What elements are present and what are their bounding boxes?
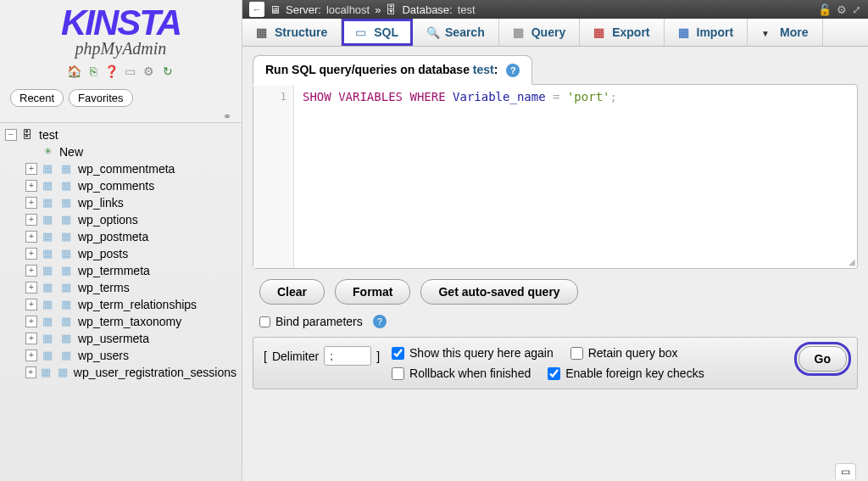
tab-import[interactable]: Import bbox=[665, 19, 748, 46]
tree-table-row[interactable]: +wp_term_relationships bbox=[0, 296, 242, 313]
table-icon bbox=[59, 264, 73, 277]
tree-table-row[interactable]: +wp_termmeta bbox=[0, 262, 242, 279]
table-icon bbox=[41, 162, 54, 176]
tree-db-row[interactable]: − test bbox=[0, 126, 242, 143]
collapse-icon[interactable]: − bbox=[5, 129, 17, 141]
help-icon[interactable]: ? bbox=[373, 315, 387, 328]
content-area: Run SQL query/queries on database test: … bbox=[242, 47, 868, 481]
table-label: wp_usermeta bbox=[78, 332, 149, 345]
bc-server-link[interactable]: localhost bbox=[326, 3, 370, 16]
format-button[interactable]: Format bbox=[335, 279, 410, 305]
table-icon bbox=[59, 298, 73, 311]
console-toggle[interactable]: ▭ bbox=[835, 463, 856, 479]
expand-icon[interactable]: + bbox=[25, 366, 36, 378]
tree-table-row[interactable]: +wp_term_taxonomy bbox=[0, 313, 242, 330]
line-gutter: 1 bbox=[253, 85, 294, 268]
table-label: wp_options bbox=[78, 213, 138, 227]
lock-icon[interactable]: 🔓 bbox=[818, 3, 832, 16]
recent-tab[interactable]: Recent bbox=[10, 89, 64, 107]
sql-editor[interactable]: 1 SHOW VARIABLES WHERE Variable_name = '… bbox=[253, 84, 858, 269]
expand-icon[interactable]: + bbox=[25, 282, 37, 294]
logout-icon[interactable]: ⎘ bbox=[86, 64, 101, 79]
export-icon bbox=[593, 25, 607, 39]
expand-icon[interactable]: + bbox=[25, 180, 37, 192]
tree-table-row[interactable]: +wp_options bbox=[0, 211, 242, 228]
expand-icon[interactable]: + bbox=[25, 248, 37, 260]
tab-search[interactable]: Search bbox=[413, 19, 499, 46]
show-again-checkbox[interactable] bbox=[392, 347, 404, 360]
query-icon bbox=[513, 25, 526, 39]
tab-query[interactable]: Query bbox=[499, 19, 580, 46]
db-tree: − test New +wp_commentmeta+wp_comments+w… bbox=[0, 122, 242, 481]
toolbar-icons: 🏠 ⎘ ❓ ▭ ⚙ ↻ bbox=[7, 64, 235, 79]
sidebar: KINSTA phpMyAdmin 🏠 ⎘ ❓ ▭ ⚙ ↻ Recent Fav… bbox=[0, 0, 242, 481]
sql-icon[interactable]: ▭ bbox=[123, 64, 138, 79]
tab-structure[interactable]: Structure bbox=[242, 19, 342, 46]
breadcrumb: ← 🖥 Server: localhost » 🗄 Database: test… bbox=[242, 0, 868, 19]
tree-table-row[interactable]: +wp_user_registration_sessions bbox=[0, 364, 242, 381]
go-button[interactable]: Go bbox=[798, 346, 847, 372]
nav-back-icon[interactable]: ← bbox=[249, 2, 264, 17]
expand-icon[interactable]: + bbox=[25, 197, 37, 209]
tab-export[interactable]: Export bbox=[580, 19, 664, 46]
link-chain-icon[interactable]: ⚭ bbox=[0, 110, 242, 122]
delimiter-input[interactable] bbox=[324, 346, 371, 366]
tree-table-row[interactable]: +wp_links bbox=[0, 194, 242, 211]
home-icon[interactable]: 🏠 bbox=[67, 64, 82, 79]
table-icon bbox=[41, 298, 54, 311]
table-label: wp_posts bbox=[78, 247, 128, 260]
help-icon[interactable]: ? bbox=[506, 64, 520, 77]
table-label: wp_term_relationships bbox=[78, 298, 197, 311]
delimiter-group: [ Delimiter ] bbox=[264, 346, 380, 366]
table-icon bbox=[59, 332, 73, 345]
tree-table-row[interactable]: +wp_postmeta bbox=[0, 228, 242, 245]
autosaved-button[interactable]: Get auto-saved query bbox=[420, 279, 577, 305]
table-icon bbox=[40, 366, 52, 379]
expand-icon[interactable]: + bbox=[25, 333, 37, 344]
docs-icon[interactable]: ❓ bbox=[104, 64, 120, 79]
expand-icon[interactable]: + bbox=[25, 299, 37, 310]
resize-handle-icon[interactable]: ◢ bbox=[849, 257, 855, 266]
tree-table-row[interactable]: +wp_usermeta bbox=[0, 330, 242, 347]
db-label: test bbox=[39, 128, 58, 142]
query-header: Run SQL query/queries on database test: … bbox=[253, 55, 532, 85]
bind-row: Bind parameters ? bbox=[253, 315, 858, 337]
table-icon bbox=[41, 315, 54, 328]
gear-icon[interactable]: ⚙ bbox=[837, 3, 847, 16]
settings-icon[interactable]: ⚙ bbox=[142, 64, 157, 79]
table-icon bbox=[41, 247, 54, 260]
bc-db-link[interactable]: test bbox=[458, 3, 476, 16]
table-icon bbox=[57, 366, 69, 379]
tree-table-row[interactable]: +wp_users bbox=[0, 347, 242, 364]
clear-button[interactable]: Clear bbox=[259, 279, 325, 305]
expand-icon[interactable]: + bbox=[25, 163, 37, 175]
query-db-link[interactable]: test bbox=[473, 63, 494, 76]
table-icon bbox=[59, 247, 73, 260]
rollback-checkbox[interactable] bbox=[392, 367, 404, 380]
table-icon bbox=[41, 213, 54, 227]
refresh-icon[interactable]: ↻ bbox=[160, 64, 175, 79]
expand-icon[interactable]: + bbox=[25, 231, 37, 243]
editor-buttons: Clear Format Get auto-saved query bbox=[253, 269, 858, 315]
tab-more[interactable]: More bbox=[748, 19, 822, 46]
sql-code[interactable]: SHOW VARIABLES WHERE Variable_name = 'po… bbox=[294, 85, 626, 268]
tree-new-row[interactable]: New bbox=[0, 143, 242, 160]
tab-sql[interactable]: SQL bbox=[342, 19, 413, 46]
sql-tab-icon bbox=[355, 25, 369, 39]
retain-checkbox[interactable] bbox=[570, 347, 583, 360]
table-icon bbox=[41, 349, 54, 362]
expand-icon[interactable]: + bbox=[25, 265, 37, 277]
expand-icon[interactable]: + bbox=[25, 316, 37, 327]
overscroll-icon[interactable]: ⤢ bbox=[852, 3, 861, 16]
fk-checkbox[interactable] bbox=[548, 367, 560, 380]
new-label: New bbox=[59, 145, 83, 159]
bind-checkbox[interactable] bbox=[259, 316, 270, 327]
tree-table-row[interactable]: +wp_terms bbox=[0, 279, 242, 296]
tree-table-row[interactable]: +wp_commentmeta bbox=[0, 160, 242, 177]
brand-logo: KINSTA bbox=[7, 7, 235, 39]
expand-icon[interactable]: + bbox=[25, 350, 37, 361]
tree-table-row[interactable]: +wp_comments bbox=[0, 177, 242, 194]
tree-table-row[interactable]: +wp_posts bbox=[0, 245, 242, 262]
favorites-tab[interactable]: Favorites bbox=[69, 89, 132, 107]
expand-icon[interactable]: + bbox=[25, 214, 37, 226]
